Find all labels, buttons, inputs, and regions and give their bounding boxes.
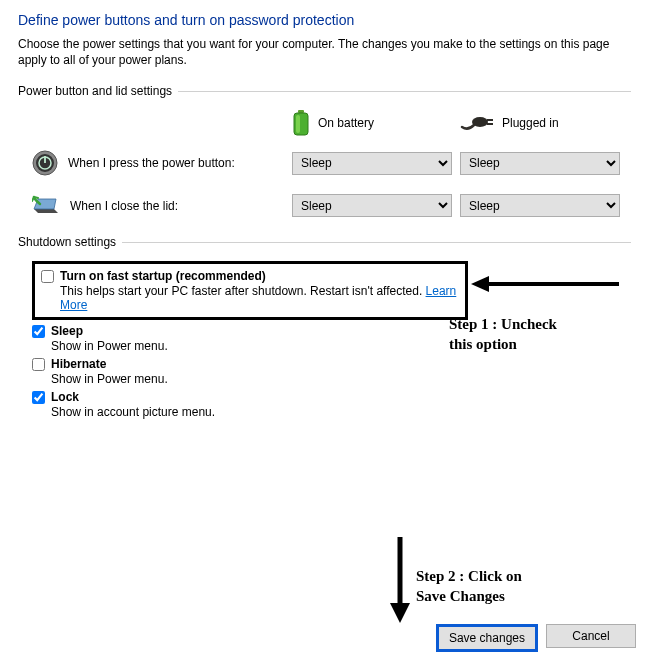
divider	[178, 91, 631, 92]
column-plugged-in: Plugged in	[460, 113, 620, 133]
lock-label: Lock	[51, 390, 79, 404]
lock-sub: Show in account picture menu.	[51, 405, 631, 419]
column-on-battery: On battery	[292, 110, 452, 136]
section-shutdown-label: Shutdown settings	[18, 235, 116, 249]
page-description: Choose the power settings that you want …	[18, 36, 631, 68]
close-lid-plugged-select[interactable]: Sleep	[460, 194, 620, 217]
fast-startup-highlight: Turn on fast startup (recommended) This …	[32, 261, 468, 320]
lid-icon	[32, 195, 60, 217]
svg-rect-2	[296, 115, 300, 133]
power-button-plugged-select[interactable]: Sleep	[460, 152, 620, 175]
hibernate-checkbox[interactable]	[32, 358, 45, 371]
section-shutdown-header: Shutdown settings	[18, 235, 631, 249]
save-changes-button[interactable]: Save changes	[436, 624, 538, 652]
fast-startup-label: Turn on fast startup (recommended)	[60, 269, 266, 283]
battery-icon	[292, 110, 310, 136]
power-button-battery-select[interactable]: Sleep	[292, 152, 452, 175]
close-lid-battery-select[interactable]: Sleep	[292, 194, 452, 217]
power-button-row-label: When I press the power button:	[68, 156, 235, 170]
fast-startup-sub: This helps start your PC faster after sh…	[60, 284, 459, 312]
column-on-battery-label: On battery	[318, 116, 374, 130]
column-plugged-in-label: Plugged in	[502, 116, 559, 130]
section-power-lid-label: Power button and lid settings	[18, 84, 172, 98]
svg-rect-5	[487, 123, 493, 125]
cancel-button[interactable]: Cancel	[546, 624, 636, 648]
fast-startup-checkbox[interactable]	[41, 270, 54, 283]
annotation-arrow-step2	[380, 535, 420, 628]
lock-checkbox[interactable]	[32, 391, 45, 404]
page-title: Define power buttons and turn on passwor…	[18, 12, 631, 28]
annotation-arrow-step1	[471, 274, 621, 297]
annotation-text-step2: Step 2 : Click on Save Changes	[416, 567, 522, 606]
power-button-icon	[32, 150, 58, 176]
hibernate-sub: Show in Power menu.	[51, 372, 631, 386]
sleep-checkbox[interactable]	[32, 325, 45, 338]
plug-icon	[460, 113, 494, 133]
hibernate-label: Hibernate	[51, 357, 106, 371]
section-power-lid-header: Power button and lid settings	[18, 84, 631, 98]
annotation-text-step1: Step 1 : Uncheck this option	[449, 315, 557, 354]
sleep-label: Sleep	[51, 324, 83, 338]
svg-rect-4	[487, 119, 493, 121]
divider	[122, 242, 631, 243]
close-lid-row-label: When I close the lid:	[70, 199, 178, 213]
svg-point-3	[472, 117, 488, 127]
